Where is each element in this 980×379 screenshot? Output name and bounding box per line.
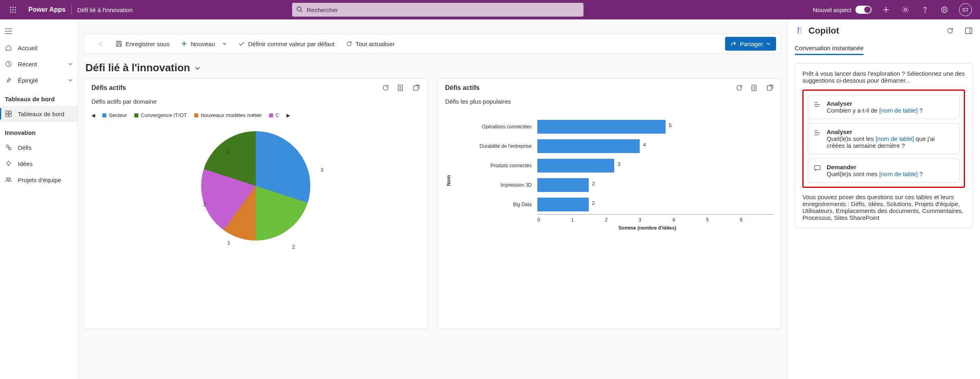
refresh-all-label: Tout actualiser (356, 40, 395, 47)
svg-rect-35 (117, 44, 121, 46)
pie-value-label: 2 (203, 201, 206, 207)
y-axis-label: Nom (446, 175, 452, 186)
app-launcher-button[interactable] (3, 0, 23, 19)
save-as-label: Enregistrer sous (125, 40, 170, 47)
expand-icon[interactable] (413, 84, 420, 92)
bar-category-label: Produits connectés (456, 163, 537, 168)
save-as-button[interactable]: Enregistrer sous (112, 34, 174, 54)
legend-item[interactable]: Nouveaux modèles métier (194, 112, 262, 118)
plus-icon (181, 40, 187, 47)
bar-value-label: 4 (643, 142, 646, 148)
new-aspect-toggle[interactable]: Nouvel aspect (813, 6, 872, 14)
nav-idees-label: Idées (18, 160, 33, 167)
chevron-down-icon (766, 42, 770, 46)
chevron-down-icon (222, 41, 227, 46)
x-axis-label: Somme (nombre d'idées) (521, 225, 774, 231)
search-input[interactable] (292, 3, 583, 17)
copilot-prompt[interactable]: AnalyserQuel(le)s sont les [nom de table… (808, 123, 960, 154)
toggle-switch[interactable] (855, 6, 872, 14)
svg-line-10 (301, 11, 302, 12)
refresh-icon[interactable] (946, 27, 954, 35)
x-tick: 6 (740, 217, 774, 223)
bar-row[interactable]: Produits connectés3 (456, 156, 774, 175)
nav-section-innovation: Innovation (0, 122, 78, 139)
clock-icon (5, 60, 12, 68)
svg-rect-34 (118, 41, 120, 43)
prompt-icon (814, 128, 821, 149)
svg-point-2 (15, 7, 16, 8)
svg-point-3 (10, 9, 11, 11)
svg-point-27 (7, 162, 10, 165)
svg-rect-47 (767, 86, 772, 90)
tab-instant-chat[interactable]: Conversation instantanée (795, 42, 863, 55)
share-label: Partager (740, 40, 763, 47)
bar-value-label: 5 (669, 122, 672, 128)
bar-chart[interactable]: Nom Opérations connectées5Durabilité de … (445, 117, 774, 231)
settings-icon[interactable] (901, 5, 910, 15)
dock-icon[interactable] (965, 27, 973, 35)
legend-next-icon[interactable]: ▶ (286, 113, 290, 118)
add-icon[interactable] (881, 5, 891, 15)
view-records-icon[interactable] (751, 84, 758, 92)
new-button[interactable]: Nouveau (177, 34, 231, 54)
legend-item[interactable]: Convergence IT/OT (134, 112, 187, 118)
pie-legend: ◀ Secteur Convergence IT/OT Nouveaux mod… (91, 112, 420, 118)
set-default-button[interactable]: Définir comme valeur par défaut (234, 34, 338, 54)
nav-home[interactable]: Accueil (0, 40, 78, 56)
refresh-icon[interactable] (736, 84, 743, 92)
pie-value-label: 2 (227, 149, 229, 155)
nav-defis-label: Défis (18, 144, 32, 151)
pie-value-label: 2 (292, 244, 295, 250)
chevron-down-icon (194, 65, 201, 71)
main-content: Enregistrer sous Nouveau Définir comme v… (78, 19, 787, 379)
svg-point-8 (15, 12, 16, 13)
topbar: Power Apps Défi lié à l'innovation Nouve… (0, 0, 980, 19)
svg-rect-20 (6, 111, 8, 113)
nav-idees[interactable]: Idées (0, 155, 78, 172)
nav-recent[interactable]: Récent (0, 56, 78, 72)
bar-row[interactable]: Opérations connectées5 (456, 117, 774, 136)
svg-point-33 (9, 178, 11, 179)
share-button[interactable]: Partager (725, 37, 776, 51)
page-title: Défi lié à l'innovation (72, 6, 138, 13)
pie-chart[interactable]: 3 2 1 2 2 (179, 126, 333, 280)
copilot-top-icon[interactable] (940, 5, 949, 15)
svg-point-5 (15, 9, 16, 11)
refresh-icon (346, 40, 352, 47)
copilot-logo-icon (795, 26, 804, 36)
bar-row[interactable]: Impression 3D2 (456, 175, 774, 195)
help-icon[interactable] (920, 5, 930, 15)
prompt-text: Combien y a-t-il de [nom de table] ? (827, 107, 923, 114)
view-records-icon[interactable] (397, 84, 405, 92)
dashboard-title-row[interactable]: Défi lié à l'innovation (78, 54, 787, 78)
nav-recent-label: Récent (18, 61, 37, 68)
nav-dashboards[interactable]: Tableaux de bord (0, 106, 78, 122)
nav-defis[interactable]: Défis (0, 139, 78, 155)
legend-item[interactable]: C (269, 112, 279, 118)
team-icon (5, 176, 12, 183)
refresh-all-button[interactable]: Tout actualiser (342, 34, 399, 54)
nav-projets[interactable]: Projets d'équipe (0, 172, 78, 188)
nav-collapse-button[interactable] (0, 23, 78, 40)
chevron-down-icon (68, 62, 73, 66)
copilot-prompt[interactable]: AnalyserCombien y a-t-il de [nom de tabl… (808, 95, 960, 119)
card-pie: Défis actifs Défis actifs par domaine ◀ … (84, 78, 428, 329)
card-title: Défis actifs (445, 84, 479, 92)
share-icon (731, 41, 736, 47)
bar-category-label: Big Data (456, 202, 537, 207)
prompt-group-highlighted: AnalyserCombien y a-t-il de [nom de tabl… (802, 89, 965, 188)
pie-value-label: 1 (227, 240, 230, 246)
bar-row[interactable]: Big Data2 (456, 195, 774, 214)
user-avatar[interactable]: ST (959, 3, 972, 16)
check-icon (238, 40, 245, 47)
bar-row[interactable]: Durabilité de l'entreprise4 (456, 136, 774, 156)
bar-value-label: 2 (592, 200, 595, 206)
nav-pinned[interactable]: Épinglé (0, 72, 78, 88)
back-button[interactable] (89, 40, 108, 47)
copilot-prompt[interactable]: DemanderQuel(le)s sont mes [nom de table… (808, 158, 960, 183)
x-tick: 0 (537, 217, 571, 223)
expand-icon[interactable] (766, 84, 774, 92)
legend-prev-icon[interactable]: ◀ (91, 113, 95, 118)
legend-item[interactable]: Secteur (102, 112, 127, 118)
refresh-icon[interactable] (382, 84, 389, 92)
